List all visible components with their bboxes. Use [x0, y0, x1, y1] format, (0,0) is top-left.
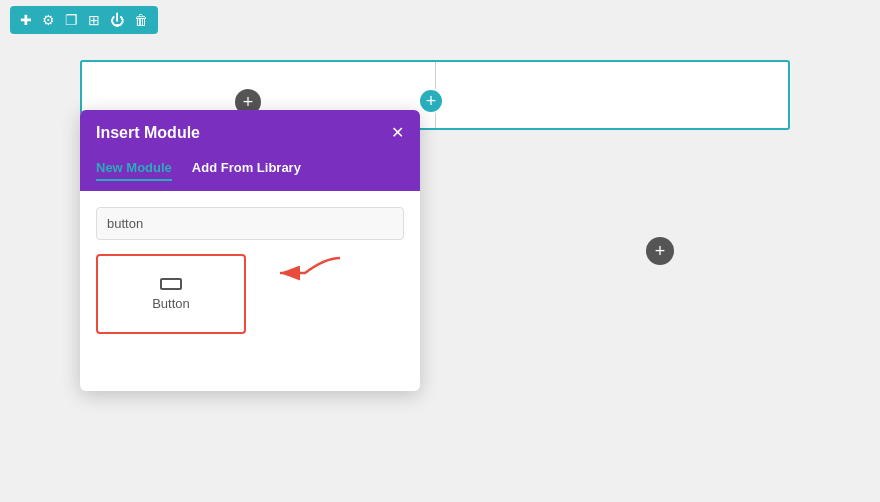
add-module-row-button[interactable]: + — [418, 88, 444, 114]
top-trash-icon[interactable]: 🗑 — [134, 12, 148, 28]
add-column-button[interactable]: + — [646, 237, 674, 265]
arrow-indicator — [265, 248, 345, 288]
top-grid-icon[interactable]: ⊞ — [88, 12, 100, 28]
top-copy-icon[interactable]: ❐ — [65, 12, 78, 28]
module-item-button[interactable]: Button — [96, 254, 246, 334]
button-module-icon — [160, 278, 182, 290]
tab-add-from-library[interactable]: Add From Library — [192, 156, 301, 181]
panel-header: Insert Module ✕ — [80, 110, 420, 156]
top-gear-icon[interactable]: ⚙ — [42, 12, 55, 28]
add-module-row-icon: + — [426, 91, 437, 112]
add-column-icon: + — [655, 241, 666, 262]
top-toolbar: ✚ ⚙ ❐ ⊞ ⏻ 🗑 — [10, 6, 158, 34]
panel-tabs: New Module Add From Library — [80, 156, 420, 191]
tab-new-module[interactable]: New Module — [96, 156, 172, 181]
top-plus-icon[interactable]: ✚ — [20, 12, 32, 28]
top-power-icon[interactable]: ⏻ — [110, 12, 124, 28]
module-search-input[interactable] — [96, 207, 404, 240]
insert-module-panel: Insert Module ✕ New Module Add From Libr… — [80, 110, 420, 391]
panel-body: Button — [80, 191, 420, 391]
panel-title: Insert Module — [96, 124, 200, 142]
module-grid: Button — [96, 254, 404, 334]
module-item-label-button: Button — [152, 296, 190, 311]
panel-close-button[interactable]: ✕ — [391, 125, 404, 141]
